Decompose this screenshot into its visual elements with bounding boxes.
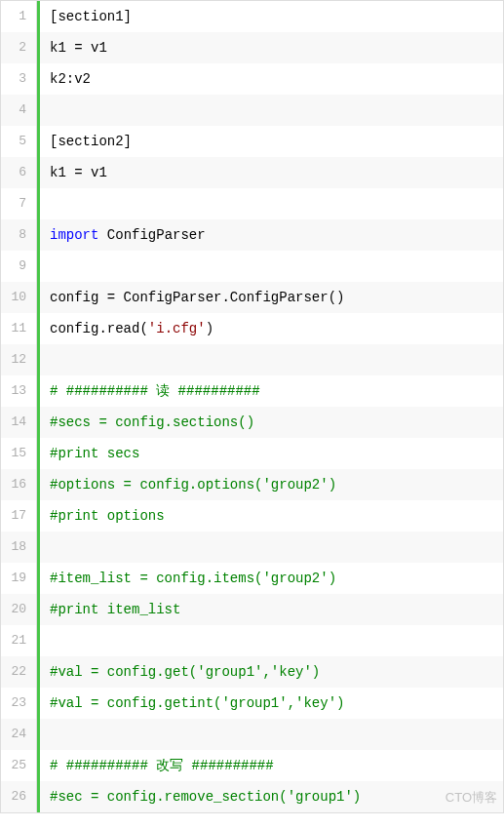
code-line: import ConfigParser xyxy=(40,219,503,251)
code-line: config.read('i.cfg') xyxy=(40,313,503,344)
code-line xyxy=(40,719,503,750)
code-token: ) xyxy=(206,321,213,336)
line-number: 2 xyxy=(1,32,36,63)
code-token: #print item_list xyxy=(50,602,180,617)
line-number: 12 xyxy=(1,344,36,375)
code-line: [section1] xyxy=(40,1,503,32)
code-token: k2:v2 xyxy=(50,71,91,87)
watermark-text: CTO博客 xyxy=(446,789,497,807)
line-number-gutter: 1234567891011121314151617181920212223242… xyxy=(1,1,37,812)
code-line: #print options xyxy=(40,500,503,532)
code-line: #val = config.get('group1','key') xyxy=(40,656,503,688)
code-token: #item_list = config.items('group2') xyxy=(50,571,336,586)
code-token: [section2] xyxy=(50,134,132,149)
code-line: #print secs xyxy=(40,438,503,469)
code-line: #secs = config.sections() xyxy=(40,407,503,438)
code-token: config = ConfigParser.ConfigParser() xyxy=(50,290,344,305)
line-number: 7 xyxy=(1,188,36,219)
code-token: # ########## 改写 ########## xyxy=(50,758,274,773)
line-number: 1 xyxy=(1,1,36,32)
code-line: #options = config.options('group2') xyxy=(40,469,503,500)
code-token: ConfigParser xyxy=(98,227,205,243)
code-token: 'i.cfg' xyxy=(148,321,206,336)
line-number: 26 xyxy=(1,781,36,812)
line-number: 21 xyxy=(1,625,36,656)
line-number: 17 xyxy=(1,500,36,532)
code-line: #item_list = config.items('group2') xyxy=(40,563,503,594)
code-line: k1 = v1 xyxy=(40,157,503,188)
line-number: 25 xyxy=(1,750,36,781)
line-number: 16 xyxy=(1,469,36,500)
code-token: k1 = v1 xyxy=(50,165,107,180)
code-token: # ########## 读 ########## xyxy=(50,383,260,399)
code-line xyxy=(40,625,503,656)
code-token: #secs = config.sections() xyxy=(50,414,254,430)
code-line xyxy=(40,251,503,282)
code-line: [section2] xyxy=(40,126,503,157)
code-line: #val = config.getint('group1','key') xyxy=(40,688,503,719)
code-area: [section1]k1 = v1k2:v2[section2]k1 = v1i… xyxy=(37,1,503,812)
line-number: 3 xyxy=(1,63,36,95)
line-number: 19 xyxy=(1,563,36,594)
code-token: k1 = v1 xyxy=(50,40,107,56)
line-number: 18 xyxy=(1,532,36,563)
line-number: 13 xyxy=(1,375,36,407)
line-number: 9 xyxy=(1,251,36,282)
code-token: #print secs xyxy=(50,446,139,461)
code-line xyxy=(40,188,503,219)
code-token: config.read( xyxy=(50,321,148,336)
code-line xyxy=(40,344,503,375)
line-number: 23 xyxy=(1,688,36,719)
code-token: #val = config.getint('group1','key') xyxy=(50,695,344,711)
code-line: # ########## 改写 ########## xyxy=(40,750,503,781)
code-token: #options = config.options('group2') xyxy=(50,477,336,493)
line-number: 22 xyxy=(1,656,36,688)
code-line: config = ConfigParser.ConfigParser() xyxy=(40,282,503,313)
line-number: 8 xyxy=(1,219,36,251)
line-number: 24 xyxy=(1,719,36,750)
code-line xyxy=(40,95,503,126)
code-line: #print item_list xyxy=(40,594,503,625)
code-token: #val = config.get('group1','key') xyxy=(50,664,320,680)
code-line: #sec = config.remove_section('group1') xyxy=(40,781,503,812)
code-line xyxy=(40,532,503,563)
line-number: 5 xyxy=(1,126,36,157)
code-token: #print options xyxy=(50,508,165,524)
line-number: 11 xyxy=(1,313,36,344)
code-token: import xyxy=(50,227,98,243)
code-line: k2:v2 xyxy=(40,63,503,95)
code-token: [section1] xyxy=(50,9,132,24)
line-number: 15 xyxy=(1,438,36,469)
code-line: # ########## 读 ########## xyxy=(40,375,503,407)
line-number: 4 xyxy=(1,95,36,126)
code-block: 1234567891011121314151617181920212223242… xyxy=(0,0,504,813)
line-number: 10 xyxy=(1,282,36,313)
code-token: #sec = config.remove_section('group1') xyxy=(50,789,361,805)
code-line: k1 = v1 xyxy=(40,32,503,63)
line-number: 6 xyxy=(1,157,36,188)
line-number: 14 xyxy=(1,407,36,438)
line-number: 20 xyxy=(1,594,36,625)
